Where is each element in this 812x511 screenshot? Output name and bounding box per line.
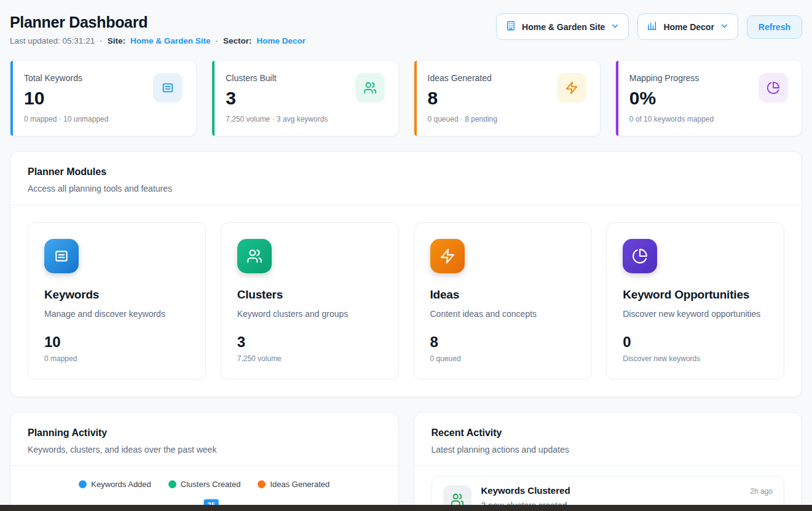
chevron-down-icon [610, 21, 620, 33]
refresh-button[interactable]: Refresh [747, 15, 802, 39]
list-icon [44, 239, 79, 273]
recent-activity-title: Recent Activity [432, 427, 785, 439]
zap-icon [430, 239, 465, 273]
modules-grid: Keywords Manage and discover keywords 10… [10, 205, 802, 397]
users-icon [237, 239, 272, 273]
stat-card-total-keywords: Total Keywords 10 0 mapped · 10 unmapped [10, 60, 197, 136]
header-meta: Last updated: 05:31:21 · Site: Home & Ga… [10, 36, 305, 45]
module-subtext: Discover new keywords [623, 354, 768, 363]
stat-card-mapping-progress: Mapping Progress 0% 0 of 10 keywords map… [615, 60, 802, 136]
legend-item-ideas-generated[interactable]: Ideas Generated [258, 480, 329, 489]
stat-card-ideas-generated: Ideas Generated 8 0 queued · 8 pending [414, 60, 601, 136]
activity-title: Keywords Clustered [481, 485, 570, 496]
module-description: Discover new keyword opportunities [623, 309, 768, 319]
last-updated-text: Last updated: 05:31:21 [10, 36, 95, 45]
stat-value: 3 [226, 88, 328, 109]
module-value: 0 [623, 334, 768, 351]
page-header: Planner Dashboard Last updated: 05:31:21… [10, 14, 802, 45]
legend-dot-blue [79, 480, 87, 488]
legend-dot-orange [258, 480, 266, 488]
list-icon [153, 73, 183, 103]
sector-selector-dropdown[interactable]: Home Decor [637, 14, 738, 40]
module-subtext: 7,250 volume [237, 354, 382, 363]
planner-dashboard-page: Planner Dashboard Last updated: 05:31:21… [0, 0, 812, 511]
zap-icon [557, 73, 586, 103]
module-value: 8 [430, 334, 575, 351]
pie-chart-icon [759, 73, 788, 103]
recent-activity-subtitle: Latest planning actions and updates [432, 445, 785, 454]
legend-item-keywords-added[interactable]: Keywords Added [79, 480, 151, 489]
legend-label: Ideas Generated [270, 480, 329, 489]
stat-card-clusters-built: Clusters Built 3 7,250 volume · 3 avg ke… [211, 60, 398, 136]
activity-timestamp: 2h ago [750, 487, 773, 496]
module-card-ideas[interactable]: Ideas Content ideas and concepts 8 0 que… [414, 222, 592, 380]
stat-subtext: 0 of 10 keywords mapped [629, 115, 714, 123]
bottom-taskbar-edge [0, 505, 812, 511]
planning-activity-title: Planning Activity [28, 427, 381, 439]
module-value: 10 [44, 334, 189, 351]
divider [414, 466, 802, 466]
module-card-clusters[interactable]: Clusters Keyword clusters and groups 3 7… [221, 222, 399, 380]
planning-activity-panel: Planning Activity Keywords, clusters, an… [10, 412, 399, 511]
sector-link[interactable]: Home Decor [256, 36, 305, 45]
planner-modules-panel: Planner Modules Access all planning tool… [10, 151, 802, 397]
stat-subtext: 0 queued · 8 pending [428, 115, 497, 123]
module-title: Keywords [44, 288, 189, 302]
stat-value: 10 [24, 88, 108, 109]
header-controls: Home & Garden Site Home Decor Refresh [496, 14, 802, 40]
module-card-keywords[interactable]: Keywords Manage and discover keywords 10… [28, 222, 206, 380]
stat-value: 8 [428, 88, 497, 109]
legend-dot-green [168, 480, 176, 488]
legend-label: Clusters Created [181, 480, 241, 489]
planning-activity-subtitle: Keywords, clusters, and ideas over the p… [28, 445, 381, 454]
building-icon [505, 20, 516, 33]
site-label: Site: [108, 36, 125, 45]
users-icon [355, 73, 385, 103]
bar-chart-icon [647, 20, 658, 33]
pie-chart-icon [623, 239, 657, 273]
module-title: Clusters [237, 288, 382, 302]
stat-value: 0% [629, 88, 714, 109]
site-selector-dropdown[interactable]: Home & Garden Site [496, 14, 629, 40]
header-left: Planner Dashboard Last updated: 05:31:21… [10, 14, 305, 45]
stat-label: Clusters Built [226, 73, 328, 83]
legend-label: Keywords Added [91, 480, 151, 489]
stats-row: Total Keywords 10 0 mapped · 10 unmapped… [10, 60, 802, 136]
stat-label: Ideas Generated [428, 73, 497, 83]
divider [10, 466, 398, 466]
modules-section-title: Planner Modules [28, 166, 784, 177]
meta-separator: · [215, 36, 218, 45]
site-link[interactable]: Home & Garden Site [130, 36, 211, 45]
stat-label: Total Keywords [24, 73, 108, 83]
bottom-row: Planning Activity Keywords, clusters, an… [10, 397, 802, 511]
module-subtext: 0 mapped [44, 354, 189, 363]
legend-item-clusters-created[interactable]: Clusters Created [168, 480, 241, 489]
chart-legend: Keywords Added Clusters Created Ideas Ge… [10, 480, 398, 489]
sector-label: Sector: [223, 36, 252, 45]
stat-label: Mapping Progress [629, 73, 714, 83]
chevron-down-icon [720, 21, 729, 33]
module-description: Content ideas and concepts [430, 309, 575, 319]
page-title: Planner Dashboard [10, 14, 305, 31]
module-value: 3 [237, 334, 382, 351]
module-description: Keyword clusters and groups [237, 309, 382, 319]
sector-selector-value: Home Decor [663, 22, 714, 32]
stat-subtext: 7,250 volume · 3 avg keywords [226, 115, 328, 123]
module-description: Manage and discover keywords [44, 309, 189, 319]
modules-section-subtitle: Access all planning tools and features [28, 184, 784, 193]
meta-separator: · [100, 36, 103, 45]
site-selector-value: Home & Garden Site [522, 22, 605, 32]
module-subtext: 0 queued [430, 354, 575, 363]
module-title: Ideas [430, 288, 575, 302]
recent-activity-panel: Recent Activity Latest planning actions … [414, 412, 803, 511]
module-title: Keyword Opportunities [623, 288, 768, 302]
module-card-keyword-opportunities[interactable]: Keyword Opportunities Discover new keywo… [606, 222, 784, 380]
stat-subtext: 0 mapped · 10 unmapped [24, 115, 108, 123]
